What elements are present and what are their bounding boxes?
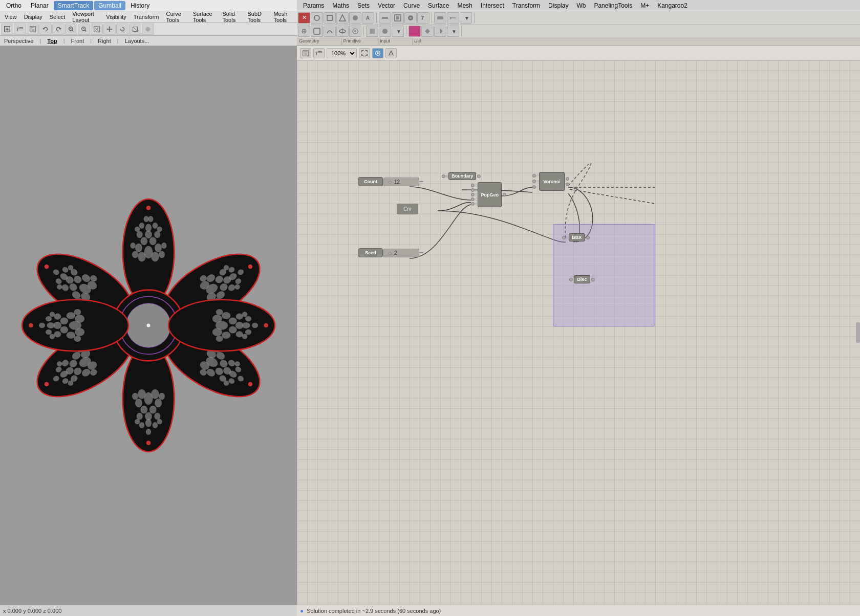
svg-point-63 (135, 227, 140, 232)
gh-menu-display[interactable]: Display (544, 1, 572, 10)
gh-icon-r2-util1[interactable] (408, 26, 421, 37)
gh-icon-prim-4[interactable]: 7 (417, 12, 429, 24)
gh-icon-2[interactable] (324, 12, 336, 24)
gh-menu-mesh[interactable]: Mesh (453, 1, 476, 10)
rhino-icon-zoom-extent[interactable] (91, 24, 103, 35)
rhino-icon-pan[interactable] (103, 24, 116, 35)
viewport-tab-front[interactable]: Front (71, 38, 84, 44)
rhino-toolbar2-visibility[interactable]: Visibility (103, 13, 129, 20)
status-icon: ● (300, 607, 304, 614)
rhino-icon-zoom-in[interactable] (65, 24, 77, 35)
gh-icon-r2-1[interactable] (298, 26, 310, 37)
gh-menu-maths[interactable]: Maths (328, 1, 353, 10)
menu-gumball[interactable]: Gumball (94, 1, 125, 10)
rhino-toolbar2-subd-tools[interactable]: SubD Tools (245, 10, 269, 24)
gh-menu-sets[interactable]: Sets (353, 1, 374, 10)
gh-icon-4[interactable] (349, 12, 361, 24)
rhino-toolbar2-viewport-layout[interactable]: Viewport Layout (70, 10, 101, 24)
menu-smarttrack[interactable]: SmartTrack (54, 1, 94, 10)
svg-text:▼: ▼ (464, 15, 469, 21)
gh-zoom-fit-btn[interactable] (359, 48, 370, 58)
gh-icon-r2-util-expand[interactable]: ▼ (447, 26, 459, 37)
gh-menu-mplus[interactable]: M+ (636, 1, 653, 10)
svg-rect-4 (382, 17, 388, 19)
rhino-toolbar2-select[interactable]: Select (47, 13, 68, 20)
disc-node[interactable]: Disc (568, 275, 596, 283)
rhino-toolbar2-curve-tools[interactable]: Curve Tools (163, 10, 188, 24)
rhino-icon-zoom-out[interactable] (78, 24, 90, 35)
svg-point-197 (67, 312, 75, 319)
popgeo-node[interactable]: G N S C P (471, 182, 507, 207)
bbx-node[interactable]: B BBX (562, 233, 591, 241)
gh-canvas-open-btn[interactable] (313, 48, 325, 58)
rhino-toolbar2-view[interactable]: View (2, 13, 19, 20)
gh-menu-params[interactable]: Params (299, 1, 328, 10)
rhino-icon-save[interactable] (27, 24, 39, 35)
gh-canvas-save-btn[interactable] (300, 48, 311, 58)
gh-icon-r2-prim1[interactable] (366, 26, 378, 37)
gh-icon-r2-5[interactable] (349, 26, 361, 37)
rhino-icon-shaded[interactable] (142, 24, 154, 35)
gh-icon-r2-util3[interactable] (434, 26, 446, 37)
voronoi-node[interactable]: P R C Voronoi (532, 172, 570, 191)
svg-point-194 (75, 328, 84, 336)
menu-planar[interactable]: Planar (27, 1, 53, 10)
gh-menu-wb[interactable]: Wb (572, 1, 590, 10)
gh-icon-r2-3[interactable] (324, 26, 336, 37)
rhino-viewport-canvas[interactable] (0, 46, 297, 605)
status-text: Solution completed in ~2.9 seconds (60 s… (307, 608, 441, 614)
viewport-tab-perspective[interactable]: Perspective (4, 38, 33, 44)
rhino-icon-open[interactable] (14, 24, 26, 35)
gh-icon-5[interactable]: A (362, 12, 374, 24)
gh-icon-prim-1[interactable] (379, 12, 391, 24)
svg-point-179 (229, 326, 237, 334)
rhino-toolbar2-display[interactable]: Display (22, 13, 45, 20)
gh-icon-input-2[interactable]: + (447, 12, 459, 24)
gh-menu-surface[interactable]: Surface (424, 1, 453, 10)
gh-menu-transform[interactable]: Transform (508, 1, 544, 10)
crv-node[interactable]: Crv (397, 204, 418, 214)
gh-icon-r2-util2[interactable] (421, 26, 434, 37)
gh-display-toggle[interactable] (385, 48, 397, 58)
gh-menu-intersect[interactable]: Intersect (477, 1, 508, 10)
boundary-node[interactable]: E Boundary (442, 172, 482, 180)
gh-menu-kangaroo2[interactable]: Kangaroo2 (653, 1, 692, 10)
viewport-tab-layouts[interactable]: Layouts... (125, 38, 149, 44)
gh-menu-curve[interactable]: Curve (399, 1, 424, 10)
seed-node[interactable]: Seed ◇ 2 (358, 248, 423, 257)
gh-icon-r2-2[interactable] (311, 26, 323, 37)
svg-point-49 (140, 237, 147, 246)
gh-icon-input-expand[interactable]: ▼ (460, 12, 472, 24)
viewport-tab-top[interactable]: Top (47, 38, 57, 44)
gh-icon-3[interactable] (336, 12, 349, 24)
rhino-icon-rotate[interactable] (116, 24, 128, 35)
rhino-icon-undo[interactable] (39, 24, 52, 35)
count-value-icon: ◇ (388, 179, 392, 185)
gh-icon-prim-3[interactable] (404, 12, 417, 24)
gh-icon-r2-prim3[interactable]: ▼ (392, 26, 404, 37)
gh-icon-r2-4[interactable] (336, 26, 349, 37)
viewport-tab-right[interactable]: Right (98, 38, 111, 44)
rhino-icon-wireframe[interactable] (129, 24, 141, 35)
rhino-toolbar2-solid-tools[interactable]: Solid Tools (220, 10, 243, 24)
gh-icon-input-1[interactable] (434, 12, 446, 24)
canvas-resize-handle[interactable] (856, 322, 860, 343)
count-node[interactable]: Count ◇ 12 (358, 177, 423, 186)
svg-point-8 (410, 17, 412, 19)
gh-menu-panelingtools[interactable]: PanelingTools (590, 1, 636, 10)
menu-history[interactable]: History (126, 1, 154, 10)
menu-ortho[interactable]: Ortho (2, 1, 26, 10)
gh-close-icon[interactable]: ✕ (298, 12, 310, 24)
gh-icon-r2-prim2[interactable] (379, 26, 391, 37)
rhino-icon-redo[interactable] (52, 24, 64, 35)
gh-preview-toggle[interactable] (372, 48, 383, 58)
rhino-icon-new[interactable] (1, 24, 13, 35)
gh-zoom-select[interactable]: 100% 50% 75% 125% 150% (327, 48, 357, 58)
rhino-toolbar2-mesh-tools[interactable]: Mesh Tools (271, 10, 295, 24)
gh-icon-prim-2[interactable] (392, 12, 404, 24)
rhino-toolbar2-surface-tools[interactable]: Surface Tools (190, 10, 218, 24)
svg-point-198 (60, 326, 69, 334)
gh-menu-vector[interactable]: Vector (374, 1, 399, 10)
gh-icon-1[interactable] (311, 12, 323, 24)
rhino-toolbar2-transform[interactable]: Transform (131, 13, 162, 20)
